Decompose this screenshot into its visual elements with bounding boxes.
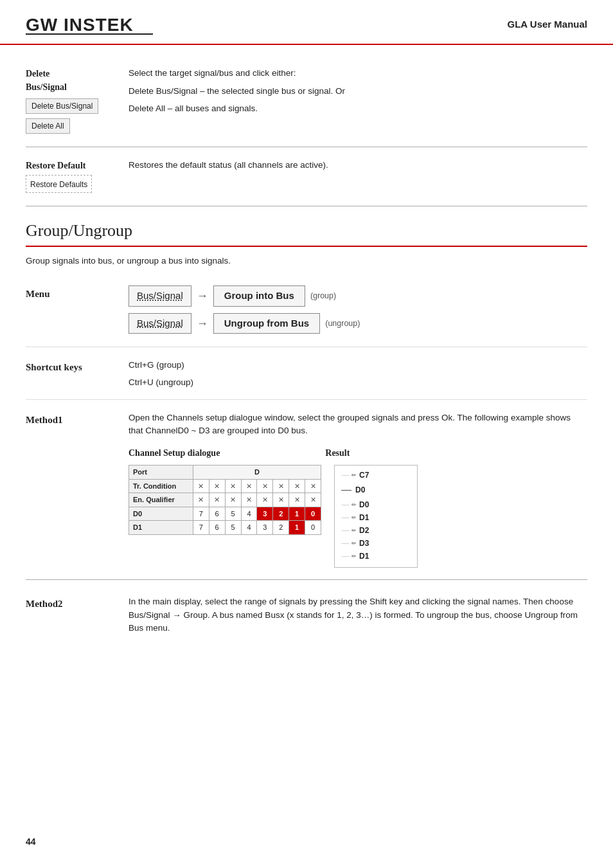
en-cell: ✕: [209, 493, 225, 507]
restore-defaults-btn[interactable]: Restore Defaults: [30, 179, 87, 190]
tr-cell: ✕: [225, 479, 241, 493]
method1-row: Method1 Open the Channels setup dialogue…: [26, 405, 587, 575]
table-row: D1 7 6 5 4 3 2 1 0: [129, 521, 321, 535]
method1-text: Open the Channels setup dialogue window,…: [129, 411, 587, 438]
menu-arrow2: →: [197, 315, 208, 332]
content: DeleteBus/Signal Delete Bus/Signal Delet…: [0, 45, 613, 672]
label-d2: D2: [359, 525, 369, 536]
d0-cell: 4: [241, 507, 257, 521]
logo-text: GW INSTEK: [26, 15, 134, 35]
delete-all-btn[interactable]: Delete All: [26, 118, 70, 134]
result-item-d1b: ········ ✏ D1: [341, 550, 411, 562]
menu-ungroup-item: Bus/Signal → Ungroup from Bus (ungroup): [129, 313, 587, 334]
shortcut-content: Ctrl+G (group) Ctrl+U (ungroup): [129, 359, 587, 393]
d0-cell-hl: 1: [289, 507, 305, 521]
en-cell: ✕: [225, 493, 241, 507]
channel-table: Port D Tr. Condition ✕ ✕ ✕ ✕: [129, 465, 321, 535]
method2-label: Method2: [26, 595, 129, 635]
pencil-c7: ✏: [351, 471, 357, 480]
label-c7: C7: [359, 469, 369, 481]
pencil-d0: ✏: [351, 501, 357, 510]
d0-cell: 5: [225, 507, 241, 521]
dots-d3: ········: [341, 539, 349, 548]
restore-desc: Restores the default status (all channel…: [129, 159, 581, 172]
en-cell: ✕: [273, 493, 289, 507]
menu-group-action[interactable]: Group into Bus: [213, 285, 305, 307]
menu-ungroup-note: (ungroup): [325, 318, 360, 330]
dialogue-section: Channel Setup dialogue Result Port D: [129, 446, 587, 568]
page: GW INSTEK GLA User Manual DeleteBus/Sign…: [0, 0, 613, 868]
en-qualifier-label: En. Qualifier: [129, 493, 193, 507]
method1-content: Open the Channels setup dialogue window,…: [129, 411, 587, 568]
method1-label: Method1: [26, 411, 129, 568]
table-row: En. Qualifier ✕ ✕ ✕ ✕ ✕ ✕ ✕ ✕: [129, 493, 321, 507]
label-d1: D1: [359, 512, 369, 523]
result-item-d1: ········ ✏ D1: [341, 512, 411, 523]
d0-cell: 6: [209, 507, 225, 521]
tr-cell: ✕: [305, 479, 321, 493]
d1-cell: 6: [209, 521, 225, 535]
delete-desc1: Select the target signal/bus and click e…: [129, 67, 581, 80]
result-item-d0-bus: — D0: [341, 482, 411, 498]
d0-cell-hl: 0: [305, 507, 321, 521]
manual-title: GLA User Manual: [508, 17, 587, 32]
en-cell: ✕: [305, 493, 321, 507]
delete-bus-signal-btn[interactable]: Delete Bus/Signal: [26, 98, 98, 114]
dots-d0: ········: [341, 501, 349, 510]
table-header-port: Port: [129, 466, 193, 480]
restore-label: Restore Default: [26, 159, 122, 172]
tr-cell: ✕: [257, 479, 273, 493]
tr-condition-label: Tr. Condition: [129, 479, 193, 493]
result-title: Result: [325, 446, 350, 460]
en-cell: ✕: [289, 493, 305, 507]
table-row: Tr. Condition ✕ ✕ ✕ ✕ ✕ ✕ ✕ ✕: [129, 479, 321, 493]
label-d0-bus: D0: [355, 484, 365, 496]
delete-label: DeleteBus/Signal: [26, 67, 122, 94]
en-cell: ✕: [241, 493, 257, 507]
table-row: D0 7 6 5 4 3 2 1 0: [129, 507, 321, 521]
tr-cell: ✕: [209, 479, 225, 493]
d1-label: D1: [129, 521, 193, 535]
method2-content: In the main display, select the range of…: [129, 595, 587, 635]
menu-group-note: (group): [310, 290, 336, 302]
dots-d2: ········: [341, 527, 349, 536]
result-item-d3: ········ ✏ D3: [341, 538, 411, 549]
d1-cell-hl: 1: [289, 521, 305, 535]
menu-bus-signal-btn1[interactable]: Bus/Signal: [129, 285, 191, 307]
menu-bus-signal-btn2[interactable]: Bus/Signal: [129, 313, 191, 334]
result-item-d2: ········ ✏ D2: [341, 525, 411, 536]
tr-cell: ✕: [273, 479, 289, 493]
tr-cell: ✕: [193, 479, 209, 493]
menu-ungroup-action[interactable]: Ungroup from Bus: [213, 313, 321, 334]
result-item-c7: ········ ✏ C7: [341, 469, 411, 481]
dots-d1: ········: [341, 514, 349, 523]
pencil-d1b: ✏: [351, 552, 357, 561]
shortcut-row: Shortcut keys Ctrl+G (group) Ctrl+U (ung…: [26, 352, 587, 400]
delete-desc2: Delete Bus/Signal – the selected single …: [129, 85, 581, 98]
logo: GW INSTEK: [26, 12, 154, 37]
pencil-d3: ✏: [351, 539, 357, 548]
result-panel: ········ ✏ C7 — D0 ········ ✏: [334, 465, 418, 568]
dash-d0: —: [341, 482, 351, 498]
d1-cell: 0: [305, 521, 321, 535]
d0-cell-hl: 3: [257, 507, 273, 521]
dialogue-title: Channel Setup dialogue: [129, 446, 220, 460]
d1-cell: 7: [193, 521, 209, 535]
header: GW INSTEK GLA User Manual: [0, 0, 613, 45]
group-ungroup-intro: Group signals into bus, or ungroup a bus…: [26, 255, 587, 267]
dots-c7: ········: [341, 471, 349, 480]
d1-cell: 3: [257, 521, 273, 535]
menu-row: Menu Bus/Signal → Group into Bus (group)…: [26, 279, 587, 347]
dialogue-row: Port D Tr. Condition ✕ ✕ ✕ ✕: [129, 465, 587, 568]
d1-cell: 2: [273, 521, 289, 535]
label-d0: D0: [359, 499, 369, 511]
shortcut2: Ctrl+U (ungroup): [129, 376, 587, 389]
label-d3: D3: [359, 538, 369, 549]
tr-cell: ✕: [241, 479, 257, 493]
pencil-d2: ✏: [351, 527, 357, 536]
pencil-d1: ✏: [351, 514, 357, 523]
tr-cell: ✕: [289, 479, 305, 493]
divider2: [26, 206, 587, 206]
d0-cell: 7: [193, 507, 209, 521]
d1-cell: 4: [241, 521, 257, 535]
